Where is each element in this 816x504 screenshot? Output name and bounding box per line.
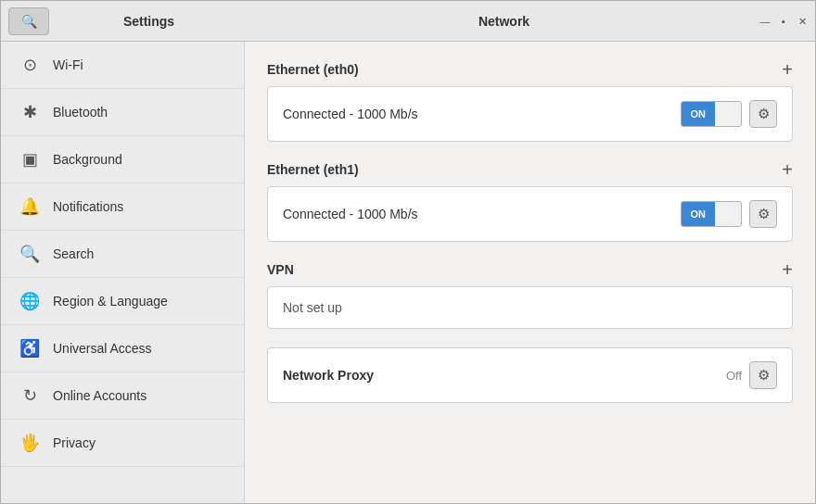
proxy-gear-button[interactable]: ⚙ — [749, 361, 777, 389]
main-content: ⊙ Wi-Fi ✱ Bluetooth ▣ Background 🔔 Notif… — [1, 42, 815, 503]
maximize-button[interactable]: ▪ — [778, 16, 789, 27]
vpn-card: Not set up — [267, 286, 793, 329]
search-sidebar-icon: 🔍 — [19, 244, 40, 264]
eth0-add-button[interactable]: + — [782, 60, 793, 79]
sidebar-item-bluetooth[interactable]: ✱ Bluetooth — [1, 89, 244, 136]
background-icon: ▣ — [19, 149, 40, 170]
sidebar-label-notifications: Notifications — [53, 199, 123, 214]
titlebar: 🔍 Settings Network — ▪ ✕ — [1, 1, 815, 42]
sidebar-item-online-accounts[interactable]: ↻ Online Accounts — [1, 372, 244, 420]
sidebar-item-wifi[interactable]: ⊙ Wi-Fi — [1, 42, 244, 89]
eth1-header: Ethernet (eth1) + — [267, 160, 793, 179]
universal-access-icon: ♿ — [19, 338, 40, 359]
wifi-icon: ⊙ — [19, 55, 40, 75]
vpn-title: VPN — [267, 262, 294, 277]
sidebar-item-privacy[interactable]: 🖐 Privacy — [1, 420, 244, 467]
content-area: Ethernet (eth0) + Connected - 1000 Mb/s … — [245, 42, 815, 503]
titlebar-settings-label: Settings — [49, 14, 249, 29]
sidebar-item-search[interactable]: 🔍 Search — [1, 231, 244, 278]
eth0-toggle-on-label: ON — [682, 102, 716, 126]
app-window: 🔍 Settings Network — ▪ ✕ ⊙ Wi-Fi ✱ Bluet… — [0, 0, 816, 504]
section-eth1: Ethernet (eth1) + Connected - 1000 Mb/s … — [267, 160, 793, 242]
sidebar-item-region[interactable]: 🌐 Region & Language — [1, 278, 244, 325]
eth0-gear-icon: ⚙ — [758, 106, 770, 122]
close-button[interactable]: ✕ — [797, 16, 808, 27]
sidebar-item-background[interactable]: ▣ Background — [1, 136, 244, 183]
eth0-status: Connected - 1000 Mb/s — [283, 107, 418, 121]
eth0-card: Connected - 1000 Mb/s ON ⚙ — [267, 86, 793, 142]
sidebar-label-privacy: Privacy — [53, 435, 96, 450]
search-button[interactable]: 🔍 — [8, 7, 49, 35]
sidebar-item-universal-access[interactable]: ♿ Universal Access — [1, 325, 244, 372]
minimize-button[interactable]: — — [759, 16, 771, 27]
privacy-icon: 🖐 — [19, 433, 40, 453]
online-accounts-icon: ↻ — [19, 385, 40, 406]
sidebar-label-background: Background — [53, 152, 122, 167]
eth1-toggle[interactable]: ON — [681, 201, 743, 227]
eth1-toggle-off-area — [715, 202, 741, 226]
proxy-status: Off — [726, 369, 742, 383]
eth0-toggle-off-area — [715, 102, 741, 126]
eth1-card: Connected - 1000 Mb/s ON ⚙ — [267, 186, 793, 242]
proxy-label: Network Proxy — [283, 368, 374, 383]
eth0-controls: ON ⚙ — [681, 100, 778, 128]
proxy-controls: Off ⚙ — [726, 361, 777, 389]
eth1-title: Ethernet (eth1) — [267, 162, 359, 177]
eth0-title: Ethernet (eth0) — [267, 62, 359, 77]
eth1-gear-button[interactable]: ⚙ — [749, 200, 777, 228]
proxy-gear-icon: ⚙ — [758, 367, 770, 384]
eth1-toggle-on-label: ON — [682, 202, 716, 226]
titlebar-network-label: Network — [249, 14, 759, 29]
notifications-icon: 🔔 — [19, 196, 40, 217]
search-icon: 🔍 — [21, 14, 37, 29]
sidebar-label-region: Region & Language — [53, 294, 168, 309]
vpn-not-set-label: Not set up — [283, 300, 342, 315]
eth0-toggle[interactable]: ON — [681, 101, 743, 127]
eth1-add-button[interactable]: + — [782, 160, 793, 179]
sidebar-label-search: Search — [53, 246, 94, 261]
bluetooth-icon: ✱ — [19, 102, 40, 122]
sidebar-label-wifi: Wi-Fi — [53, 57, 83, 72]
eth0-header: Ethernet (eth0) + — [267, 60, 793, 79]
sidebar-item-notifications[interactable]: 🔔 Notifications — [1, 183, 244, 231]
region-icon: 🌐 — [19, 291, 40, 311]
sidebar: ⊙ Wi-Fi ✱ Bluetooth ▣ Background 🔔 Notif… — [1, 42, 245, 503]
eth1-status: Connected - 1000 Mb/s — [283, 207, 418, 221]
sidebar-label-online-accounts: Online Accounts — [53, 388, 147, 403]
section-eth0: Ethernet (eth0) + Connected - 1000 Mb/s … — [267, 60, 793, 142]
section-vpn: VPN + Not set up — [267, 260, 793, 329]
sidebar-label-bluetooth: Bluetooth — [53, 105, 108, 120]
proxy-card: Network Proxy Off ⚙ — [267, 347, 793, 403]
eth1-gear-icon: ⚙ — [758, 206, 770, 222]
vpn-header: VPN + — [267, 260, 793, 279]
eth1-controls: ON ⚙ — [681, 200, 778, 228]
sidebar-label-universal-access: Universal Access — [53, 341, 152, 356]
eth0-gear-button[interactable]: ⚙ — [749, 100, 777, 128]
vpn-add-button[interactable]: + — [782, 260, 793, 279]
window-controls: — ▪ ✕ — [759, 16, 808, 27]
